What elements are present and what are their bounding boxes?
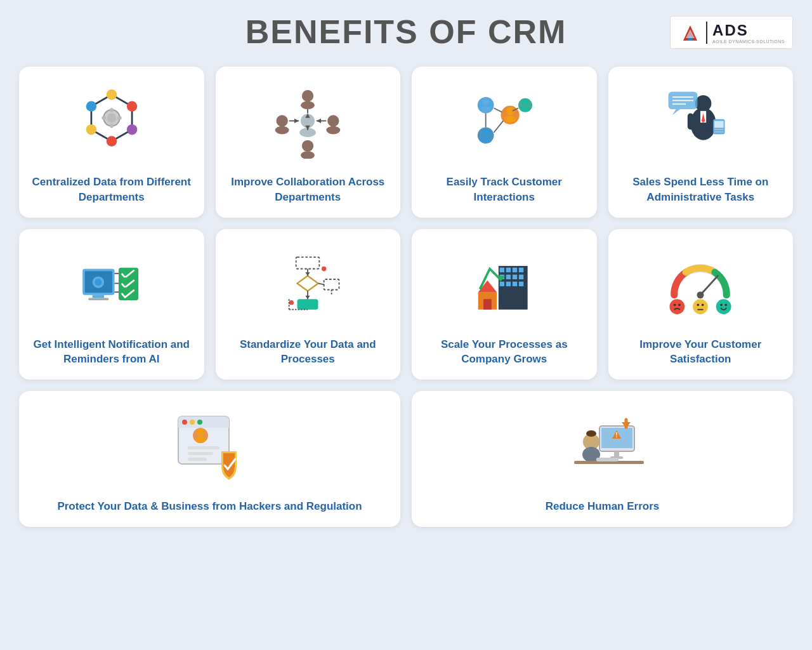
svg-rect-130 — [188, 452, 213, 455]
svg-point-5 — [107, 114, 116, 123]
card-customer-satisfaction: Improve Your Customer Satisfaction — [608, 229, 794, 380]
svg-point-11 — [127, 101, 138, 112]
svg-rect-57 — [714, 121, 724, 128]
card-protect-data: Protect Your Data & Business from Hacker… — [19, 391, 400, 527]
svg-point-110 — [670, 299, 685, 314]
card-label-reduce-errors: Reduce Human Errors — [546, 499, 660, 514]
svg-point-41 — [482, 128, 489, 135]
svg-point-23 — [275, 126, 289, 135]
card-intelligent-notification: Get Intelligent Notification and Reminde… — [19, 229, 204, 380]
svg-point-10 — [107, 90, 117, 100]
svg-point-42 — [481, 136, 490, 142]
card-label-customer-satisfaction: Improve Your Customer Satisfaction — [621, 337, 781, 368]
svg-point-19 — [301, 101, 315, 109]
svg-rect-122 — [178, 424, 229, 428]
svg-rect-70 — [88, 298, 108, 300]
card-label-improve-collaboration: Improve Collaboration Across Departments — [228, 175, 388, 205]
card-sales-admin: Sales Spend Less Time on Administrative … — [608, 67, 794, 218]
card-easily-track: Easily Track Customer Interactions — [412, 67, 597, 218]
svg-rect-100 — [499, 281, 504, 286]
card-label-easily-track: Easily Track Customer Interactions — [424, 175, 584, 205]
svg-rect-103 — [519, 281, 523, 286]
svg-point-20 — [302, 140, 313, 152]
card-centralized-data: Centralized Data from Different Departme… — [19, 67, 204, 218]
svg-rect-77 — [296, 257, 320, 269]
svg-marker-82 — [306, 272, 310, 276]
card-label-standardize-data: Standardize Your Data and Processes — [228, 337, 388, 368]
svg-rect-94 — [513, 267, 517, 272]
svg-point-18 — [302, 90, 313, 102]
svg-rect-106 — [483, 299, 492, 310]
logo-symbol — [678, 20, 702, 44]
card-icon-improve-collaboration — [273, 83, 343, 165]
card-improve-collaboration: Improve Collaboration Across Departments — [216, 67, 401, 218]
card-icon-intelligent-notification — [77, 245, 147, 328]
svg-marker-33 — [317, 119, 321, 123]
card-icon-standardize-data — [273, 245, 343, 328]
svg-point-21 — [301, 151, 315, 159]
svg-marker-32 — [294, 119, 299, 123]
svg-point-25 — [327, 126, 341, 135]
svg-line-47 — [494, 121, 503, 132]
svg-point-14 — [86, 124, 96, 135]
card-reduce-errors: ! Reduce Human Errors — [412, 391, 793, 527]
svg-point-87 — [289, 300, 294, 305]
card-scale-processes: Scale Your Processes as Company Grows — [412, 229, 597, 380]
svg-point-22 — [277, 115, 288, 126]
svg-point-24 — [327, 115, 339, 126]
svg-rect-69 — [93, 295, 104, 298]
card-icon-protect-data — [166, 407, 254, 489]
svg-point-123 — [182, 420, 187, 425]
svg-point-119 — [725, 303, 728, 306]
svg-point-13 — [107, 136, 117, 147]
svg-point-45 — [521, 107, 529, 111]
svg-rect-6 — [110, 108, 114, 112]
svg-point-44 — [522, 99, 528, 105]
card-icon-scale-processes — [469, 245, 539, 328]
logo-text-container: ADS AGILE DYNAMICS SOLUTIONS — [706, 22, 785, 44]
page-header: BENEFITS OF CRM ADS AGILE DYNAMICS SOLUT… — [19, 13, 793, 51]
svg-line-108 — [700, 275, 718, 295]
svg-line-85 — [318, 283, 324, 284]
svg-marker-61 — [672, 109, 680, 115]
svg-point-68 — [95, 279, 102, 286]
svg-point-115 — [702, 303, 704, 306]
svg-rect-129 — [188, 446, 219, 449]
svg-rect-80 — [324, 279, 339, 290]
svg-rect-97 — [506, 274, 511, 279]
card-grid-row1: Centralized Data from Different Departme… — [19, 67, 793, 218]
svg-rect-91 — [499, 266, 528, 310]
card-icon-reduce-errors: ! — [558, 407, 647, 489]
svg-rect-92 — [499, 267, 504, 272]
svg-point-128 — [195, 437, 206, 443]
card-grid-row2: Get Intelligent Notification and Reminde… — [19, 229, 793, 380]
card-icon-sales-admin — [665, 83, 735, 165]
svg-point-12 — [127, 124, 138, 135]
logo-subtext: AGILE DYNAMICS SOLUTIONS — [712, 39, 785, 44]
logo-name: ADS — [712, 22, 785, 39]
svg-rect-98 — [513, 274, 517, 279]
svg-rect-95 — [519, 267, 523, 272]
svg-point-127 — [197, 428, 204, 436]
svg-point-15 — [86, 101, 96, 112]
svg-rect-8 — [102, 116, 105, 120]
svg-point-86 — [322, 266, 326, 270]
card-label-sales-admin: Sales Spend Less Time on Administrative … — [621, 175, 781, 205]
card-icon-customer-satisfaction — [665, 245, 735, 328]
svg-point-142 — [586, 430, 596, 437]
svg-point-118 — [720, 303, 723, 306]
svg-rect-99 — [519, 274, 523, 279]
svg-line-46 — [494, 108, 502, 112]
svg-point-117 — [716, 299, 731, 314]
svg-rect-9 — [117, 116, 121, 120]
card-standardize-data: Standardize Your Data and Processes — [216, 229, 401, 380]
card-label-centralized-data: Centralized Data from Different Departme… — [32, 175, 192, 205]
svg-marker-84 — [306, 295, 310, 299]
card-icon-centralized-data — [77, 83, 147, 165]
svg-rect-131 — [188, 458, 207, 461]
svg-rect-101 — [506, 281, 511, 286]
card-label-intelligent-notification: Get Intelligent Notification and Reminde… — [32, 337, 192, 368]
svg-point-36 — [504, 116, 516, 123]
svg-point-111 — [674, 303, 676, 306]
svg-point-38 — [482, 98, 489, 105]
